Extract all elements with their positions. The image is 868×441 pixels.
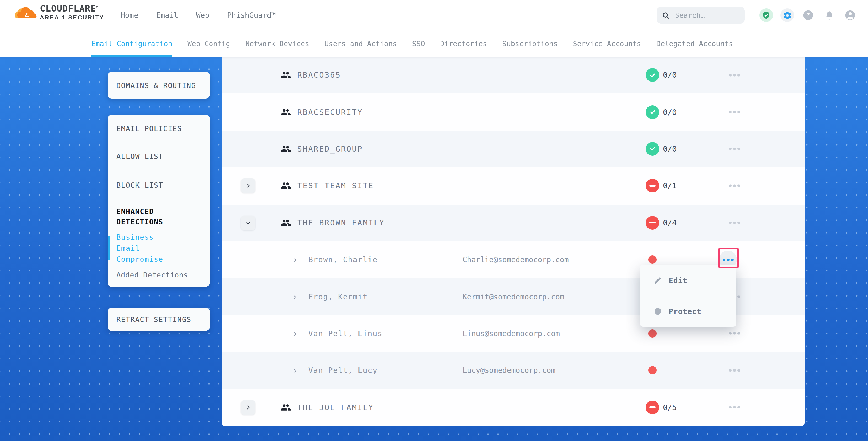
user-email: Linus@somedemocorp.com — [463, 329, 560, 338]
group-icon — [281, 144, 291, 154]
user-email: Lucy@somedemocorp.com — [463, 366, 555, 375]
sidebar-item-enhanced-detections[interactable]: ENHANCED DETECTIONS — [107, 200, 210, 233]
protected-count: 0/0 — [663, 71, 677, 79]
help-icon[interactable]: ? — [801, 8, 815, 22]
status-ok-icon — [646, 105, 659, 119]
top-bar: CLOUDFLARE® AREA 1 SECURITY Home Email W… — [0, 0, 868, 30]
chevron-right-icon[interactable] — [293, 291, 298, 302]
group-name: SHARED_GROUP — [298, 145, 363, 153]
cloudflare-cloud-icon — [13, 5, 37, 21]
protected-count: 0/4 — [663, 219, 677, 227]
row-context-menu: Edit Protect — [640, 265, 736, 327]
chevron-right-icon[interactable] — [293, 366, 298, 375]
menu-item-protect[interactable]: Protect — [640, 296, 736, 327]
nav-item-home[interactable]: Home — [121, 11, 138, 20]
group-icon — [281, 402, 291, 412]
sidebar-item-business-email-compromise[interactable]: Business Email Compromise — [107, 233, 210, 263]
protected-count: 0/0 — [663, 108, 677, 116]
status-alert-dot — [648, 366, 657, 375]
nav-item-email[interactable]: Email — [156, 11, 178, 20]
sidebar-item-allow-list[interactable]: ALLOW LIST — [107, 142, 210, 170]
row-menu-button[interactable] — [729, 74, 740, 76]
search-input[interactable] — [674, 10, 740, 20]
row-menu-button[interactable] — [729, 369, 740, 372]
tab-service-accounts[interactable]: Service Accounts — [573, 30, 641, 57]
table-row-group[interactable]: RBACO365 0/0 — [222, 57, 805, 94]
primary-nav: Home Email Web PhishGuard™ — [121, 0, 276, 30]
group-icon — [281, 181, 291, 191]
group-name: RBACO365 — [298, 71, 341, 79]
notifications-bell-icon[interactable] — [823, 8, 836, 22]
tab-sso[interactable]: SSO — [412, 30, 425, 57]
sidebar-card-policies: EMAIL POLICIES ALLOW LIST BLOCK LIST ENH… — [107, 115, 210, 287]
menu-item-label: Edit — [669, 276, 687, 284]
chevron-right-icon[interactable] — [293, 328, 298, 339]
user-name: Van Pelt, Lucy — [308, 366, 378, 375]
status-alert-dot — [648, 255, 657, 264]
registered-mark: ® — [96, 5, 99, 9]
table-row-group[interactable]: RBACSECURITY 0/0 — [222, 94, 805, 131]
groups-table: RBACO365 0/0 RBACSECURITY 0/0 SHARED_GRO… — [222, 57, 805, 426]
row-menu-button[interactable] — [729, 111, 740, 113]
table-row-group[interactable]: THE JOE FAMILY 0/5 — [222, 389, 805, 426]
svg-text:?: ? — [806, 11, 810, 19]
collapse-row-button[interactable] — [241, 216, 255, 230]
expand-row-button[interactable] — [241, 179, 255, 193]
group-name: RBACSECURITY — [298, 108, 363, 116]
chevron-right-icon[interactable] — [293, 255, 298, 264]
cloudflare-logo[interactable]: CLOUDFLARE® AREA 1 SECURITY — [13, 4, 104, 21]
brand-wordmark: CLOUDFLARE® — [40, 4, 104, 13]
tab-delegated-accounts[interactable]: Delegated Accounts — [656, 30, 733, 57]
menu-item-edit[interactable]: Edit — [640, 265, 736, 296]
user-email: Charlie@somedemocorp.com — [463, 255, 569, 264]
row-menu-button[interactable] — [729, 406, 740, 408]
page-background: DOMAINS & ROUTING EMAIL POLICIES ALLOW L… — [0, 57, 868, 441]
group-icon — [281, 70, 291, 80]
protected-count: 0/5 — [663, 403, 677, 411]
status-blocked-icon — [646, 400, 659, 414]
search-icon — [662, 11, 670, 19]
topbar-icons: ? — [760, 0, 857, 30]
chevron-right-icon — [245, 405, 251, 410]
nav-item-phishguard[interactable]: PhishGuard™ — [227, 11, 276, 20]
tab-web-config[interactable]: Web Config — [187, 30, 230, 57]
user-name: Brown, Charlie — [308, 255, 378, 264]
group-name: THE JOE FAMILY — [298, 403, 374, 411]
table-row-group[interactable]: THE BROWN FAMILY 0/4 — [222, 204, 805, 241]
sidebar-item-retract-settings[interactable]: RETRACT SETTINGS — [107, 308, 210, 331]
expand-row-button[interactable] — [241, 400, 255, 414]
shield-check-icon[interactable] — [760, 8, 773, 22]
shield-icon — [653, 307, 662, 316]
chevron-right-icon — [245, 183, 251, 189]
status-blocked-icon — [646, 216, 659, 230]
sidebar-item-domains-routing[interactable]: DOMAINS & ROUTING — [107, 72, 210, 99]
sidebar-item-added-detections[interactable]: Added Detections — [107, 263, 210, 286]
user-name: Frog, Kermit — [308, 292, 368, 301]
group-icon — [281, 107, 291, 117]
brand-subtitle: AREA 1 SECURITY — [40, 14, 104, 20]
tab-users-and-actions[interactable]: Users and Actions — [324, 30, 397, 57]
status-ok-icon — [646, 142, 659, 156]
row-menu-button[interactable] — [729, 185, 740, 187]
row-menu-button[interactable] — [729, 222, 740, 224]
chevron-down-icon — [245, 220, 251, 225]
secondary-nav: Email Configuration Web Config Network D… — [0, 30, 868, 57]
row-menu-button[interactable] — [729, 148, 740, 150]
tab-directories[interactable]: Directories — [440, 30, 487, 57]
sidebar-item-email-policies[interactable]: EMAIL POLICIES — [107, 115, 210, 142]
tab-subscriptions[interactable]: Subscriptions — [502, 30, 558, 57]
row-menu-button[interactable] — [729, 332, 740, 335]
nav-item-web[interactable]: Web — [196, 11, 210, 20]
status-blocked-icon — [646, 179, 659, 193]
tab-network-devices[interactable]: Network Devices — [245, 30, 309, 57]
group-icon — [281, 218, 291, 228]
table-row-user[interactable]: Van Pelt, Lucy Lucy@somedemocorp.com — [222, 352, 805, 389]
user-account-icon[interactable] — [843, 8, 857, 22]
status-ok-icon — [646, 68, 659, 82]
search-box[interactable] — [657, 7, 745, 24]
tab-email-configuration[interactable]: Email Configuration — [91, 30, 172, 57]
table-row-group[interactable]: SHARED_GROUP 0/0 — [222, 131, 805, 167]
settings-gear-icon[interactable] — [780, 8, 794, 22]
table-row-group[interactable]: TEST TEAM SITE 0/1 — [222, 167, 805, 204]
sidebar-item-block-list[interactable]: BLOCK LIST — [107, 170, 210, 200]
